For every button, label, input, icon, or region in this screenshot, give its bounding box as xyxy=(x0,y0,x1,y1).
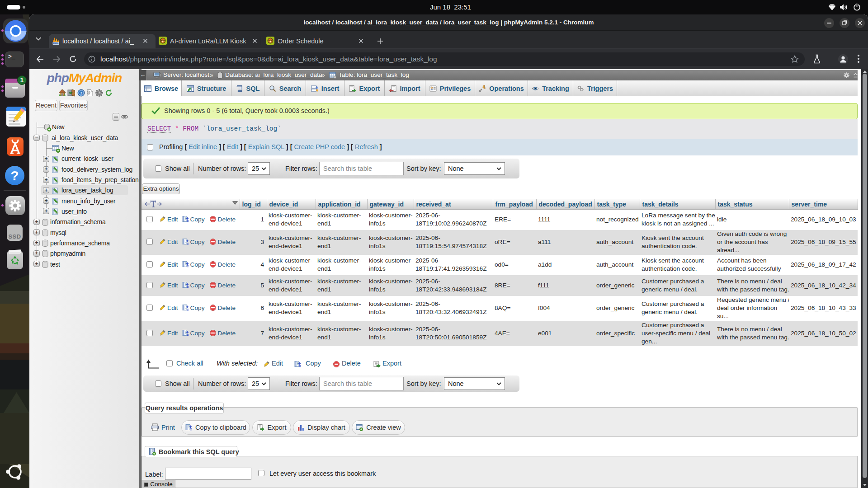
svg-text:PMA: PMA xyxy=(53,42,59,45)
